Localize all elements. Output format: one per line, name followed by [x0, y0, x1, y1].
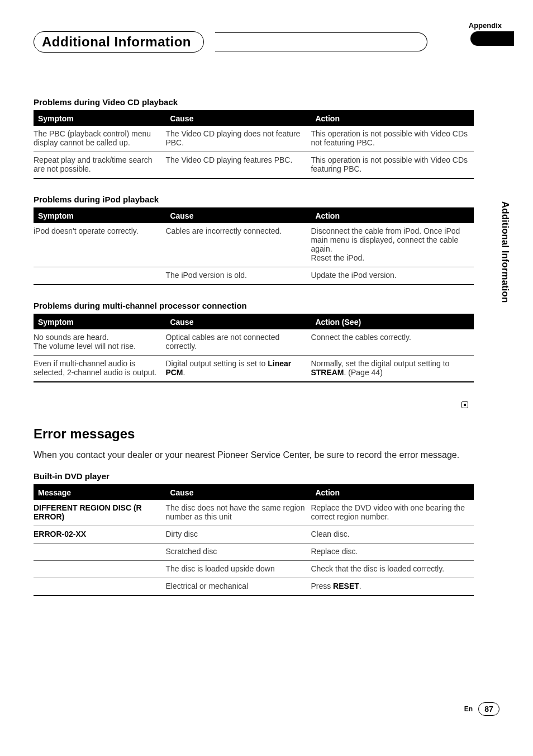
- cell: Update the iPod version.: [311, 267, 474, 285]
- th-message: Message: [34, 485, 165, 500]
- th-cause: Cause: [165, 111, 311, 126]
- subheading-video-cd: Problems during Video CD playback: [34, 97, 474, 107]
- table-row: iPod doesn't operate correctly. Cables a…: [34, 223, 474, 267]
- text: . (Page 44): [344, 368, 383, 377]
- text: Digital output setting is set to: [165, 359, 268, 368]
- cell-message: ERROR-02-XX: [34, 526, 165, 544]
- table-row: The PBC (playback control) menu display …: [34, 126, 474, 152]
- side-section-label: Additional Information: [499, 201, 511, 303]
- table-row: Electrical or mechanical Press RESET.: [34, 578, 474, 596]
- cell: Disconnect the cable from iPod. Once iPo…: [311, 223, 474, 267]
- table-row: No sounds are heard. The volume level wi…: [34, 329, 474, 356]
- cell: Check that the disc is loaded correctly.: [311, 561, 474, 578]
- cell-message: [34, 561, 165, 578]
- th-action: Action: [311, 111, 474, 126]
- text: .: [359, 582, 361, 590]
- cell: The disc does not have the same region n…: [165, 500, 311, 526]
- th-action-see: Action (See): [311, 314, 474, 329]
- section-end-icon: [461, 401, 468, 408]
- page-number: 87: [478, 702, 499, 716]
- cell: This operation is not possible with Vide…: [311, 126, 474, 152]
- table-row: The disc is loaded upside down Check tha…: [34, 561, 474, 578]
- cell: The Video CD playing does not feature PB…: [165, 126, 311, 152]
- cell: The Video CD playing features PBC.: [165, 152, 311, 179]
- cell: iPod doesn't operate correctly.: [34, 223, 165, 267]
- table-row: ERROR-02-XX Dirty disc Clean disc.: [34, 526, 474, 544]
- cell: Normally, set the digital output setting…: [311, 356, 474, 382]
- table-row: The iPod version is old. Update the iPod…: [34, 267, 474, 285]
- heading-error-messages: Error messages: [34, 426, 474, 442]
- table-row: DIFFERENT REGION DISC (R ERROR) The disc…: [34, 500, 474, 526]
- cell: Repeat play and track/time search are no…: [34, 152, 165, 179]
- subheading-multi-channel: Problems during multi-channel processor …: [34, 301, 474, 310]
- text: Normally, set the digital output setting…: [311, 359, 449, 368]
- cell: The iPod version is old.: [165, 267, 311, 285]
- cell: The PBC (playback control) menu display …: [34, 126, 165, 152]
- table-ipod: Symptom Cause Action iPod doesn't operat…: [34, 207, 474, 285]
- table-row: Scratched disc Replace disc.: [34, 544, 474, 561]
- th-cause: Cause: [165, 314, 311, 329]
- table-error-messages: Message Cause Action DIFFERENT REGION DI…: [34, 484, 474, 596]
- footer-language: En: [464, 705, 473, 713]
- table-row: Repeat play and track/time search are no…: [34, 152, 474, 179]
- subheading-dvd-player: Built-in DVD player: [34, 471, 474, 481]
- th-action: Action: [311, 208, 474, 223]
- cell: Press RESET.: [311, 578, 474, 596]
- table-video-cd: Symptom Cause Action The PBC (playback c…: [34, 110, 474, 179]
- text: .: [183, 368, 185, 377]
- page-tab-marker: [470, 31, 514, 46]
- cell-message: [34, 544, 165, 561]
- cell: Cables are incorrectly connected.: [165, 223, 311, 267]
- text: Press: [311, 582, 333, 590]
- subheading-ipod: Problems during iPod playback: [34, 195, 474, 204]
- cell: Optical cables are not connected correct…: [165, 329, 311, 356]
- cell: Replace the DVD video with one bearing t…: [311, 500, 474, 526]
- cell: No sounds are heard. The volume level wi…: [34, 329, 165, 356]
- cell: The disc is loaded upside down: [165, 561, 311, 578]
- cell: Dirty disc: [165, 526, 311, 544]
- th-cause: Cause: [165, 485, 311, 500]
- table-row: Even if multi-channel audio is selected,…: [34, 356, 474, 382]
- table-multi-channel: Symptom Cause Action (See) No sounds are…: [34, 314, 474, 382]
- cell-message: DIFFERENT REGION DISC (R ERROR): [34, 500, 165, 526]
- bold-text: RESET: [333, 582, 359, 590]
- bold-text: STREAM: [311, 368, 344, 377]
- section-heading: Additional Information: [42, 34, 191, 49]
- error-intro-text: When you contact your dealer or your nea…: [34, 448, 492, 461]
- section-heading-pill: Additional Information: [34, 31, 204, 53]
- cell: Digital output setting is set to Linear …: [165, 356, 311, 382]
- cell: Connect the cables correctly.: [311, 329, 474, 356]
- cell: This operation is not possible with Vide…: [311, 152, 474, 179]
- th-action: Action: [311, 485, 474, 500]
- cell: Scratched disc: [165, 544, 311, 561]
- th-cause: Cause: [165, 208, 311, 223]
- th-symptom: Symptom: [34, 111, 165, 126]
- cell: Clean disc.: [311, 526, 474, 544]
- cell: [34, 267, 165, 285]
- cell: Electrical or mechanical: [165, 578, 311, 596]
- th-symptom: Symptom: [34, 314, 165, 329]
- heading-rule: [215, 32, 427, 51]
- th-symptom: Symptom: [34, 208, 165, 223]
- appendix-label: Appendix: [469, 21, 502, 30]
- cell: Replace disc.: [311, 544, 474, 561]
- cell-message: [34, 578, 165, 596]
- cell: Even if multi-channel audio is selected,…: [34, 356, 165, 382]
